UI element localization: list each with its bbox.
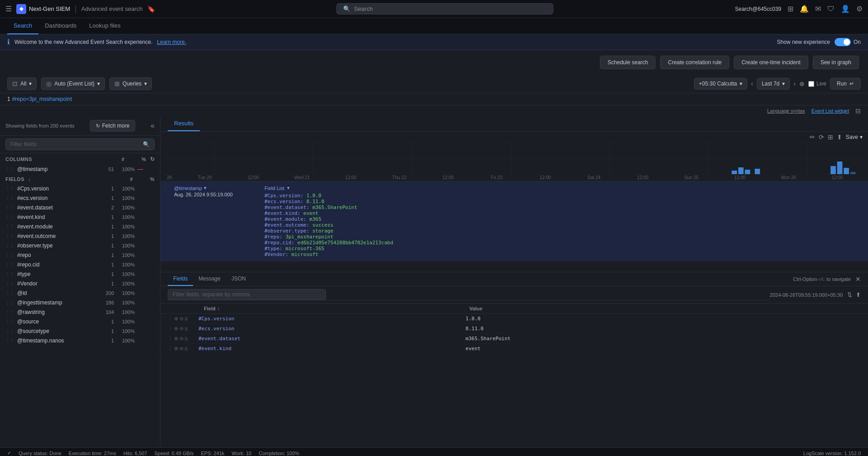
drag-icon[interactable]: ⋮ [168, 336, 173, 342]
menu-icon[interactable]: ☰ [5, 5, 12, 13]
field-search-input-wrapper[interactable]: 🔍 [5, 138, 155, 150]
detail-tab-message[interactable]: Message [193, 272, 226, 286]
export-detail-icon[interactable]: ⬆ [856, 291, 861, 298]
see-in-graph-button[interactable]: See in graph [813, 56, 859, 69]
user-icon[interactable]: 👤 [841, 5, 850, 13]
bookmark-icon[interactable]: 🔖 [147, 5, 155, 13]
field-row[interactable]: ⋮⋮ @id 200 100% + ⋮ [0, 288, 160, 298]
detail-filter-input[interactable] [168, 289, 326, 300]
field-search-input[interactable] [10, 141, 140, 147]
tab-dashboards[interactable]: Dashboards [38, 18, 83, 34]
export-icon[interactable]: ⬆ [837, 133, 842, 141]
mode-selector[interactable]: ◎ Auto (Event List) ▾ [41, 77, 105, 90]
scope-selector[interactable]: ⊡ All ▾ [7, 77, 37, 90]
tab-lookup-files[interactable]: Lookup files [83, 18, 127, 34]
global-search-bar[interactable]: 🔍 Search [336, 3, 553, 14]
grid-icon[interactable]: ⊞ [788, 5, 793, 13]
time-next-icon[interactable]: › [793, 80, 796, 87]
field-row[interactable]: ⋮⋮ @ingesttimestamp 186 100% + ⋮ [0, 298, 160, 307]
filter-include-icon[interactable]: ⊕ [174, 346, 178, 352]
detail-field-row[interactable]: ⋮ ⊕ ⊖ ⎘ #event.dataset m365.SharePoint [160, 334, 868, 344]
refresh-timeline-icon[interactable]: ⟳ [819, 133, 824, 141]
field-name: #observer.type [17, 242, 98, 249]
timezone-selector[interactable]: +05:30 Calcutta ▾ [694, 78, 747, 90]
detail-tab-json[interactable]: JSON [226, 272, 251, 286]
drag-icon[interactable]: ⋮ [168, 316, 173, 322]
field-row[interactable]: ⋮⋮ #event.outcome 1 100% + ⋮ [0, 231, 160, 241]
language-syntax-link[interactable]: Language syntax [767, 108, 805, 114]
live-checkbox-area[interactable]: Live [808, 81, 826, 87]
zoom-icon[interactable]: ⊕ [799, 80, 805, 87]
filter-include-icon[interactable]: ⊕ [174, 336, 178, 342]
time-range-selector[interactable]: Last 7d ▾ [757, 78, 790, 90]
field-row[interactable]: ⋮⋮ #type 1 100% + ⋮ [0, 269, 160, 279]
field-row[interactable]: ⋮⋮ @timestamp.nanos 1 100% + ⋮ [0, 336, 160, 345]
schedule-search-button[interactable]: Schedule search [600, 56, 656, 69]
field-row[interactable]: ⋮⋮ #ecs.version 1 100% + ⋮ [0, 193, 160, 203]
mail-icon[interactable]: ✉ [815, 5, 821, 13]
field-row[interactable]: ⋮⋮ #observer.type 1 100% + ⋮ [0, 241, 160, 250]
filter-exclude-icon[interactable]: ⊖ [179, 326, 184, 332]
collapse-sidebar-button[interactable]: « [151, 122, 155, 130]
tab-search[interactable]: Search [7, 18, 38, 34]
create-incident-button[interactable]: Create one-time incident [734, 56, 808, 69]
field-row[interactable]: ⋮⋮ @rawstring 104 100% + ⋮ [0, 307, 160, 317]
field-row[interactable]: ⋮⋮ #event.module 1 100% + ⋮ [0, 222, 160, 231]
event-row-selected[interactable]: ⋮ @timestamp ▾ Aug. 26, 2024 9:55:19.000… [160, 181, 868, 261]
column-row-timestamp[interactable]: ⋮⋮ @timestamp 51 100% — ⋮ [0, 164, 160, 174]
field-row[interactable]: ⋮⋮ #event.kind 1 100% + ⋮ [0, 212, 160, 222]
refresh-columns-icon[interactable]: ↻ [150, 156, 155, 162]
filter-exclude-icon[interactable]: ⊖ [179, 316, 184, 322]
filter-exclude-icon[interactable]: ⊖ [179, 346, 184, 352]
bell-icon[interactable]: 🔔 [800, 5, 809, 13]
time-prev-icon[interactable]: ‹ [751, 80, 753, 87]
query-text[interactable]: #repo=3pi_mssharepoint [12, 96, 72, 102]
learn-more-link[interactable]: Learn more. [157, 39, 186, 45]
table-icon[interactable]: ⊞ [828, 133, 833, 141]
event-list-widget-link[interactable]: Event List widget [811, 108, 849, 114]
queries-selector[interactable]: ⊞ Queries ▾ [109, 77, 152, 90]
field-row[interactable]: ⋮⋮ #Vendor 1 100% + ⋮ [0, 279, 160, 288]
info-icon: ℹ [7, 38, 10, 46]
edit-icon[interactable]: ✏ [810, 133, 815, 141]
event-field-line: #repo.cid: ed6b21d05e754288bb4702e1a213c… [264, 240, 863, 246]
drag-icon[interactable]: ⋮ [168, 326, 173, 332]
field-row[interactable]: ⋮⋮ #repo.cid 1 100% + ⋮ [0, 260, 160, 269]
copy-icon[interactable]: ⎘ [185, 346, 188, 352]
live-checkbox[interactable] [808, 81, 814, 87]
field-row[interactable]: ⋮⋮ @sourcetype 1 100% + ⋮ [0, 326, 160, 336]
fetch-more-button[interactable]: ↻ Fetch more [90, 120, 136, 132]
detail-field-row[interactable]: ⋮ ⊕ ⊖ ⎘ #Cps.version 1.0.0 [160, 314, 868, 324]
detail-field-row[interactable]: ⋮ ⊕ ⊖ ⎘ #event.kind event [160, 344, 868, 354]
filter-include-icon[interactable]: ⊕ [174, 326, 178, 332]
copy-icon[interactable]: ⎘ [185, 336, 188, 342]
save-button[interactable]: Save ▾ [846, 134, 863, 140]
detail-tab-fields[interactable]: Fields [168, 272, 193, 286]
page-link[interactable]: Advanced event search [81, 5, 143, 12]
settings-icon[interactable]: ⚙ [856, 5, 863, 13]
create-correlation-button[interactable]: Create correlation rule [660, 56, 729, 69]
field-row[interactable]: ⋮⋮ #Cps.version 1 100% + ⋮ [0, 184, 160, 193]
copy-icon[interactable]: ⎘ [185, 316, 188, 322]
detail-close-icon[interactable]: ✕ [855, 276, 861, 283]
run-button[interactable]: Run ↵ [830, 78, 861, 90]
panel-icon[interactable]: ⊟ [855, 107, 861, 114]
detail-field-col-header[interactable]: Field ↑ [204, 306, 465, 311]
filter-include-icon[interactable]: ⊕ [174, 316, 178, 322]
remove-column-icon[interactable]: — [137, 166, 145, 172]
field-row[interactable]: ⋮⋮ #event.dataset 2 100% + ⋮ [0, 203, 160, 212]
results-tab[interactable]: Results [168, 116, 200, 131]
toggle-switch-handle[interactable] [835, 38, 851, 46]
sort-icon[interactable]: ⇅ [847, 291, 852, 298]
field-row[interactable]: ⋮⋮ #repo 1 100% + ⋮ [0, 250, 160, 260]
fields-sort-icon[interactable]: ↓ [28, 176, 31, 182]
label-12-6: 12:00 [716, 175, 764, 180]
drag-icon[interactable]: ⋮ [168, 346, 173, 352]
detail-field-row[interactable]: ⋮ ⊕ ⊖ ⎘ #ecs.version 8.11.0 [160, 324, 868, 334]
copy-icon[interactable]: ⎘ [185, 326, 188, 332]
field-row[interactable]: ⋮⋮ @source 1 100% + ⋮ [0, 317, 160, 326]
event-field-val: microsoft [292, 252, 319, 257]
shield-icon[interactable]: 🛡 [827, 5, 835, 13]
filter-exclude-icon[interactable]: ⊖ [179, 336, 184, 342]
experience-toggle[interactable]: On [835, 38, 861, 46]
